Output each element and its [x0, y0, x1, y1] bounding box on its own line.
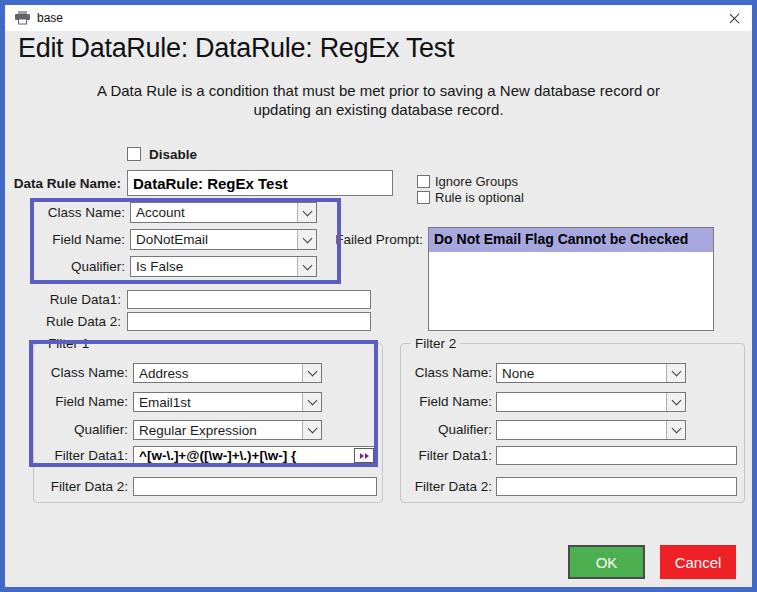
- rule-description: A Data Rule is a condition that must be …: [5, 81, 752, 119]
- dialog-window: base Edit DataRule: DataRule: RegEx Test…: [0, 0, 757, 592]
- filter2-field-name-select[interactable]: [496, 392, 686, 412]
- chevron-down-icon: [297, 203, 316, 222]
- filter2-title: Filter 2: [411, 336, 460, 351]
- rule-is-optional-label: Rule is optional: [435, 190, 524, 205]
- rule-class-name-select[interactable]: Account: [130, 202, 317, 223]
- rule-data1-input[interactable]: [127, 290, 371, 309]
- filter2-qualifier-label: Qualifier:: [392, 422, 492, 437]
- filter2-data1-input[interactable]: [496, 446, 737, 465]
- filter1-data1-input[interactable]: [133, 446, 377, 465]
- ignore-groups-checkbox[interactable]: [417, 175, 430, 188]
- chevron-down-icon: [302, 364, 321, 382]
- filter2-data1-label: Filter Data1:: [392, 448, 492, 463]
- ignore-groups-label: Ignore Groups: [435, 174, 518, 189]
- filter1-class-name-value: Address: [134, 366, 302, 381]
- filter1-qualifier-select[interactable]: Regular Expression: [133, 420, 322, 440]
- data-rule-name-input[interactable]: [127, 170, 393, 196]
- filter1-qualifier-label: Qualifier:: [28, 422, 128, 437]
- filter1-field-name-label: Field Name:: [28, 394, 128, 409]
- filter2-qualifier-select[interactable]: [496, 420, 686, 440]
- rule-qualifier-label: Qualifier:: [20, 259, 125, 274]
- rule-qualifier-select[interactable]: Is False: [130, 256, 317, 277]
- rule-field-name-label: Field Name:: [20, 232, 125, 247]
- disable-checkbox[interactable]: [127, 147, 141, 161]
- cancel-button[interactable]: Cancel: [660, 545, 736, 579]
- failed-prompt-label: Failed Prompt:: [323, 232, 423, 247]
- chevron-down-icon: [302, 421, 321, 439]
- chevron-down-icon: [666, 364, 685, 382]
- close-icon: [728, 12, 741, 25]
- rule-description-line1: A Data Rule is a condition that must be …: [5, 81, 752, 100]
- double-right-arrow-icon: [360, 453, 369, 459]
- ok-button[interactable]: OK: [568, 545, 645, 579]
- rule-class-name-value: Account: [131, 205, 297, 220]
- chevron-down-icon: [297, 230, 316, 249]
- title-bar: base: [5, 5, 752, 31]
- rule-data1-label: Rule Data1:: [11, 292, 121, 307]
- rule-data2-input[interactable]: [127, 312, 371, 331]
- expand-filter-data-button[interactable]: [354, 448, 374, 463]
- filter1-data2-input[interactable]: [133, 477, 377, 496]
- rule-description-line2: updating an existing database record.: [5, 100, 752, 119]
- disable-label: Disable: [149, 147, 197, 162]
- printer-app-icon: [14, 11, 31, 25]
- filter1-field-name-value: Email1st: [134, 395, 302, 410]
- filter1-data1-label: Filter Data1:: [28, 448, 128, 463]
- filter2-data2-label: Filter Data 2:: [392, 479, 492, 494]
- window-title: base: [37, 11, 63, 25]
- rule-qualifier-value: Is False: [131, 259, 297, 274]
- rule-is-optional-checkbox[interactable]: [417, 191, 430, 204]
- failed-prompt-textarea[interactable]: Do Not Email Flag Cannot be Checked: [428, 227, 714, 331]
- failed-prompt-text: Do Not Email Flag Cannot be Checked: [429, 228, 713, 252]
- filter2-data2-input[interactable]: [496, 477, 737, 496]
- chevron-down-icon: [302, 393, 321, 411]
- close-button[interactable]: [720, 5, 748, 31]
- filter2-field-name-label: Field Name:: [392, 394, 492, 409]
- filter1-qualifier-value: Regular Expression: [134, 423, 302, 438]
- filter2-class-name-label: Class Name:: [392, 365, 492, 380]
- filter2-class-name-select[interactable]: None: [496, 363, 686, 383]
- chevron-down-icon: [297, 257, 316, 276]
- filter1-title: Filter 1: [44, 336, 93, 351]
- chevron-down-icon: [666, 421, 685, 439]
- chevron-down-icon: [666, 393, 685, 411]
- rule-field-name-value: DoNotEmail: [131, 232, 297, 247]
- filter1-data2-label: Filter Data 2:: [28, 479, 128, 494]
- rule-field-name-select[interactable]: DoNotEmail: [130, 229, 317, 250]
- rule-class-name-label: Class Name:: [20, 205, 125, 220]
- filter1-class-name-select[interactable]: Address: [133, 363, 322, 383]
- data-rule-name-label: Data Rule Name:: [5, 176, 121, 191]
- filter1-class-name-label: Class Name:: [28, 365, 128, 380]
- rule-data2-label: Rule Data 2:: [11, 314, 121, 329]
- filter1-field-name-select[interactable]: Email1st: [133, 392, 322, 412]
- filter2-class-name-value: None: [497, 366, 666, 381]
- page-title: Edit DataRule: DataRule: RegEx Test: [18, 33, 454, 64]
